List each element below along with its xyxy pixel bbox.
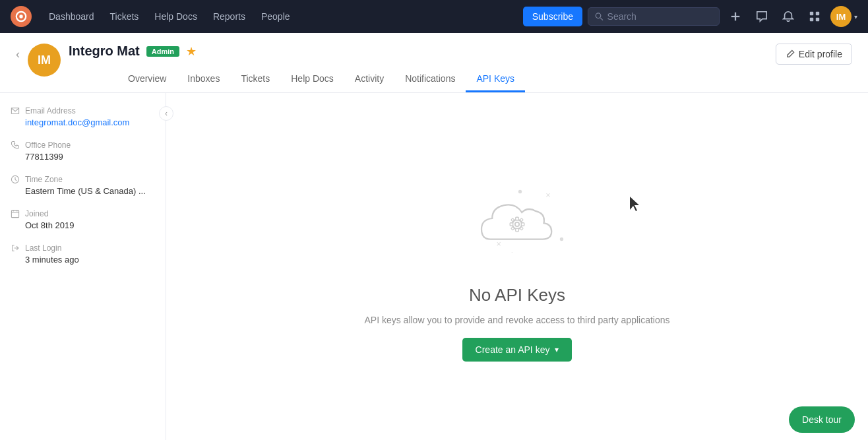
sidebar-lastlogin-item: Last Login 3 minutes ago	[11, 243, 155, 265]
grid-icon[interactable]	[804, 6, 825, 27]
svg-text:·: ·	[511, 249, 513, 255]
star-icon[interactable]: ★	[186, 44, 197, 59]
main-area: ‹ Email Address integromat.doc@gmail.com…	[0, 93, 868, 440]
create-api-label: Create an API key	[476, 344, 550, 355]
joined-label: Joined	[25, 209, 48, 218]
svg-point-12	[518, 190, 522, 193]
collapse-sidebar-button[interactable]: ‹	[159, 106, 173, 121]
admin-badge: Admin	[146, 46, 179, 57]
email-value[interactable]: integromat.doc@gmail.com	[11, 117, 155, 127]
svg-line-3	[600, 18, 603, 20]
svg-rect-7	[816, 12, 819, 15]
profile-tabs: Overview Inboxes Tickets Help Docs Activ…	[69, 67, 776, 92]
svg-rect-19	[516, 217, 519, 220]
edit-icon	[786, 49, 795, 59]
tab-activity[interactable]: Activity	[344, 67, 394, 92]
logo[interactable]	[11, 6, 32, 27]
tab-inboxes[interactable]: Inboxes	[177, 67, 230, 92]
avatar: IM	[830, 6, 852, 27]
empty-illustration: × · ×	[451, 172, 583, 277]
sidebar-timezone-item: Time Zone Eastern Time (US & Canada) ...	[11, 175, 155, 196]
dropdown-arrow-icon: ▾	[854, 13, 857, 20]
tab-overview[interactable]: Overview	[117, 67, 177, 92]
empty-title: No API Keys	[469, 285, 565, 305]
search-input[interactable]	[607, 11, 712, 22]
svg-rect-21	[510, 223, 513, 226]
phone-value: 77811399	[11, 152, 155, 162]
nav-actions: Subscribe IM ▾	[523, 6, 857, 27]
profile-avatar: IM	[28, 44, 61, 77]
nav-people[interactable]: People	[255, 7, 297, 26]
tab-tickets[interactable]: Tickets	[230, 67, 280, 92]
back-button[interactable]: ‹	[16, 48, 20, 61]
profile-header: ‹ IM Integro Mat Admin ★ Overview Inboxe…	[0, 33, 868, 93]
timezone-value: Eastern Time (US & Canada) ...	[11, 186, 155, 196]
tab-apikeys[interactable]: API Keys	[466, 67, 525, 92]
nav-tickets[interactable]: Tickets	[104, 7, 146, 26]
tab-helpdocs[interactable]: Help Docs	[280, 67, 344, 92]
tab-notifications[interactable]: Notifications	[394, 67, 466, 92]
edit-profile-button[interactable]: Edit profile	[776, 44, 852, 65]
joined-value: Oct 8th 2019	[11, 220, 155, 230]
sidebar-joined-item: Joined Oct 8th 2019	[11, 209, 155, 230]
profile-name: Integro Mat	[69, 44, 140, 59]
svg-point-18	[515, 222, 519, 226]
last-login-value: 3 minutes ago	[11, 255, 155, 265]
phone-icon	[11, 141, 20, 150]
subscribe-button[interactable]: Subscribe	[523, 7, 582, 26]
timezone-label: Time Zone	[25, 175, 63, 184]
svg-point-16	[560, 238, 563, 241]
create-api-key-button[interactable]: Create an API key ▾	[462, 338, 573, 362]
svg-text:×: ×	[497, 239, 501, 249]
search-box[interactable]	[588, 7, 720, 26]
edit-profile-label: Edit profile	[799, 49, 842, 59]
sidebar-phone-item: Office Phone 77811399	[11, 141, 155, 162]
email-label: Email Address	[25, 106, 76, 115]
nav-dashboard[interactable]: Dashboard	[42, 7, 101, 26]
nav-reports[interactable]: Reports	[206, 7, 252, 26]
add-button[interactable]	[725, 6, 746, 27]
phone-label: Office Phone	[25, 141, 71, 150]
svg-rect-9	[816, 18, 819, 21]
desk-tour-button[interactable]: Desk tour	[789, 406, 855, 433]
login-icon	[11, 243, 20, 253]
top-navigation: Dashboard Tickets Help Docs Reports Peop…	[0, 0, 868, 33]
clock-icon	[11, 175, 20, 184]
svg-rect-20	[516, 228, 519, 232]
svg-rect-6	[810, 12, 813, 15]
empty-description: API keys allow you to provide and revoke…	[364, 313, 669, 327]
dropdown-arrow-icon: ▾	[555, 345, 559, 354]
last-login-label: Last Login	[25, 243, 61, 253]
cloud-gear-svg: × · ×	[458, 175, 576, 274]
user-menu[interactable]: IM ▾	[830, 6, 857, 27]
nav-links: Dashboard Tickets Help Docs Reports Peop…	[42, 7, 518, 26]
left-sidebar: ‹ Email Address integromat.doc@gmail.com…	[0, 93, 166, 440]
svg-text:×: ×	[545, 191, 550, 200]
svg-rect-8	[810, 18, 813, 21]
empty-state: × · ×	[364, 172, 669, 362]
chat-icon[interactable]	[751, 6, 772, 27]
svg-point-1	[19, 15, 22, 18]
search-icon	[595, 12, 604, 21]
svg-rect-11	[11, 210, 18, 218]
svg-rect-22	[521, 223, 524, 226]
sidebar-email-item: Email Address integromat.doc@gmail.com	[11, 106, 155, 127]
right-content: × · ×	[166, 93, 868, 440]
nav-helpdocs[interactable]: Help Docs	[148, 7, 204, 26]
notifications-icon[interactable]	[778, 6, 799, 27]
svg-point-2	[596, 13, 601, 18]
email-icon	[11, 106, 20, 115]
profile-info: Integro Mat Admin ★ Overview Inboxes Tic…	[69, 44, 776, 92]
calendar-icon	[11, 209, 20, 218]
